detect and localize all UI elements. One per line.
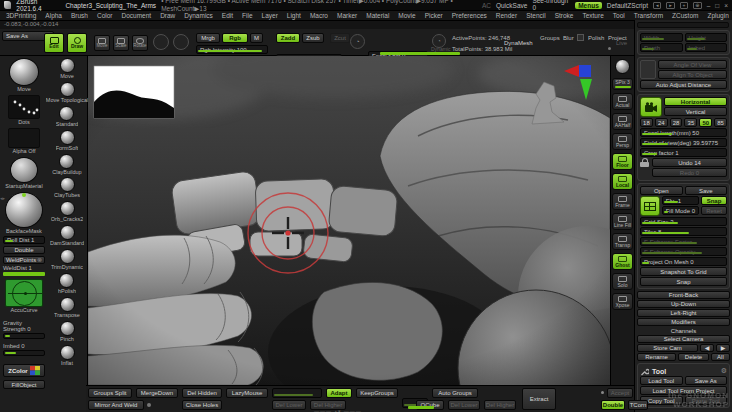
e-enhance-opacity-slider[interactable]: E Enhance Opacity: [640, 247, 727, 256]
fill-mode-slider[interactable]: Fill Mode 0: [662, 206, 699, 215]
persp-button[interactable]: Persp: [612, 133, 633, 150]
brush-formsoft[interactable]: FormSoft: [56, 130, 79, 152]
snap-button-2[interactable]: Snap: [640, 277, 727, 286]
next-camera-button[interactable]: ▶: [716, 344, 730, 352]
keepgroups-button[interactable]: KeepGroups: [356, 388, 398, 398]
menu-draw[interactable]: Draw: [160, 12, 175, 19]
live-label[interactable]: Live: [616, 40, 627, 46]
aahalf-button[interactable]: AAHalf: [612, 113, 633, 130]
focal-preset-50[interactable]: 50: [699, 118, 712, 127]
weldpoints-button[interactable]: WeldPoints ⊗: [3, 256, 45, 264]
focal-preset-24[interactable]: 24: [655, 118, 668, 127]
extract-button[interactable]: Extract: [522, 388, 556, 410]
current-brush-thumb[interactable]: Move: [3, 58, 45, 93]
mrgb-button[interactable]: Mrgb: [196, 33, 220, 43]
save-button[interactable]: Save: [685, 186, 728, 195]
menu-render[interactable]: Render: [496, 12, 517, 19]
rgb-button[interactable]: Rgb: [222, 33, 248, 43]
reset-button[interactable]: Reset: [701, 206, 727, 215]
floor-button[interactable]: Floor: [612, 153, 633, 170]
menu-3dprinting[interactable]: 3DPrinting: [6, 12, 36, 19]
menu-zplugin[interactable]: Zplugin: [707, 12, 728, 19]
width-slider[interactable]: Width: [640, 33, 683, 42]
prev-camera-button[interactable]: ◀: [700, 344, 714, 352]
maximize-button[interactable]: □: [715, 2, 719, 9]
linefill-button[interactable]: Line Fill: [612, 213, 633, 230]
m-button[interactable]: M: [250, 33, 263, 43]
rotate-button[interactable]: Rotate: [132, 35, 148, 51]
mirror-and-weld-button[interactable]: Mirror And Weld: [88, 400, 144, 410]
brush-damstandard[interactable]: DamStandard: [50, 225, 84, 247]
rgb-intensity-slider[interactable]: Rgb Intensity 100: [196, 45, 268, 54]
local-button[interactable]: Local: [612, 173, 633, 190]
menu-alpha[interactable]: Alpha: [45, 12, 62, 19]
menu-dynamics[interactable]: Dynamics: [184, 12, 213, 19]
focal-preset-85[interactable]: 85: [714, 118, 727, 127]
store-cam-button[interactable]: Store Cam: [637, 344, 698, 352]
snap-button[interactable]: Snap: [701, 196, 727, 205]
scale-button[interactable]: Scale: [113, 35, 129, 51]
brush-orb-cracks2[interactable]: Orb_Cracks2: [51, 201, 83, 223]
align-to-object-button[interactable]: Align To Object: [658, 70, 727, 79]
open-button[interactable]: Open: [640, 186, 683, 195]
actual-button[interactable]: Actual: [612, 93, 633, 110]
left-tray-divider-handle[interactable]: ◂▸: [0, 196, 5, 201]
brush-standard[interactable]: Standard: [56, 106, 78, 128]
gravity-slider[interactable]: [3, 333, 45, 339]
imbed-label[interactable]: Imbed 0: [3, 343, 45, 349]
close-button[interactable]: ×: [724, 2, 728, 9]
double-extract-button[interactable]: Double: [601, 400, 625, 410]
screen-left-icon[interactable]: ◂: [653, 2, 661, 9]
undo-button[interactable]: Undo 14: [652, 158, 727, 167]
depth-slider[interactable]: Depth: [640, 43, 683, 52]
lazy-slider[interactable]: [272, 388, 322, 398]
menu-picker[interactable]: Picker: [425, 12, 443, 19]
floor-grid-icon[interactable]: [640, 196, 660, 216]
project-radio-icon[interactable]: [608, 47, 611, 50]
menu-texture[interactable]: Texture: [582, 12, 603, 19]
groups-label[interactable]: Groups: [540, 35, 560, 41]
menu-material[interactable]: Material: [366, 12, 389, 19]
brush-move-topological[interactable]: Move Topological: [46, 82, 88, 104]
zcut-button[interactable]: Zcut: [330, 33, 350, 43]
brush-preview-icon[interactable]: [173, 34, 189, 50]
minimize-button[interactable]: –: [707, 2, 711, 9]
height-slider[interactable]: Height: [685, 33, 728, 42]
load-tool-from-project-button[interactable]: Load Tool From Project: [640, 386, 727, 395]
bpr-button[interactable]: [612, 58, 633, 75]
xpose-button[interactable]: Xpose: [612, 293, 633, 310]
zcolor-button[interactable]: ZColor: [3, 364, 45, 377]
menu-brush[interactable]: Brush: [71, 12, 88, 19]
gravity-label[interactable]: Gravity Strength 0: [3, 320, 45, 332]
focal-pen-icon[interactable]: ◔: [350, 34, 365, 49]
quicksave-button[interactable]: QuickSave: [496, 2, 527, 9]
transp-button[interactable]: Transp: [612, 233, 633, 250]
current-alpha-thumb[interactable]: Alpha Off: [3, 128, 45, 155]
screen-right-icon[interactable]: ▸: [666, 2, 674, 9]
up-down-button[interactable]: Up-Down: [637, 300, 730, 308]
brush-trimdynamic[interactable]: TrimDynamic: [51, 249, 83, 271]
load-tool-button[interactable]: Load Tool: [640, 376, 683, 385]
tool-gear-icon[interactable]: ⚙: [721, 367, 727, 375]
brush-inflat[interactable]: Inflat: [60, 345, 75, 367]
weld-dist-label[interactable]: WeldDist 1: [3, 265, 45, 272]
imbed-slider[interactable]: Imbed: [685, 43, 728, 52]
menu-file[interactable]: File: [242, 12, 252, 19]
fov-slider[interactable]: Field of view(deg) 39.59775: [640, 138, 727, 147]
imbed-slider[interactable]: [3, 350, 45, 356]
front-back-button[interactable]: Front-Back: [637, 291, 730, 299]
document-canvas[interactable]: [88, 56, 610, 385]
current-material-thumb[interactable]: StartupMaterial: [3, 157, 45, 190]
elv-slider[interactable]: Elv -1: [662, 196, 699, 205]
tcorn-button[interactable]: TCorn: [628, 400, 648, 410]
del-lower-button-2[interactable]: Del Lower: [448, 400, 480, 410]
auto-adjust-distance-button[interactable]: Auto Adjust Distance: [640, 80, 727, 89]
stroke-ring-icon[interactable]: [153, 34, 169, 50]
menu-preferences[interactable]: Preferences: [452, 12, 487, 19]
select-camera-button[interactable]: Select Camera: [637, 335, 730, 343]
roll-dist-slider[interactable]: Roll Dist 1: [3, 236, 45, 244]
menu-color[interactable]: Color: [97, 12, 113, 19]
edit-button[interactable]: Edit: [44, 33, 64, 53]
brush-claybuildup[interactable]: ClayBuildup: [52, 154, 81, 176]
spix-slider[interactable]: SPix 3: [612, 78, 633, 90]
